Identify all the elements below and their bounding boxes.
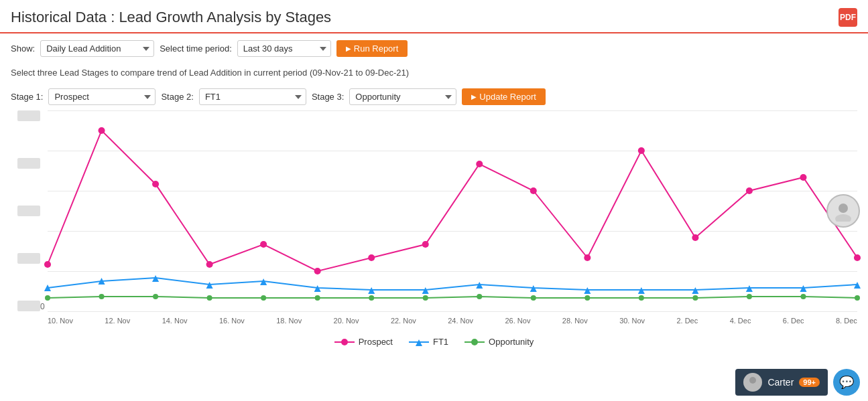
period-select[interactable]: Last 30 days Last 60 days Last 90 days C… bbox=[237, 40, 331, 57]
chart-legend: Prospect FT1 Opportunity bbox=[0, 331, 868, 349]
svg-point-46 bbox=[800, 294, 806, 299]
svg-point-13 bbox=[746, 187, 753, 194]
legend-item-opportunity: Opportunity bbox=[464, 337, 534, 347]
run-report-button[interactable]: Run Report bbox=[336, 40, 408, 57]
svg-point-37 bbox=[315, 295, 320, 301]
y-label-5 bbox=[17, 301, 40, 311]
chart-svg bbox=[48, 110, 857, 311]
svg-point-11 bbox=[638, 147, 645, 154]
svg-point-57 bbox=[835, 214, 851, 222]
stage3-select[interactable]: OpportunityProspectFT1Lead bbox=[349, 88, 456, 105]
svg-point-10 bbox=[584, 254, 591, 261]
svg-point-54 bbox=[749, 377, 756, 384]
pdf-icon[interactable]: PDF bbox=[839, 8, 857, 27]
stage2-label: Stage 2: bbox=[161, 92, 193, 102]
legend-label-opportunity: Opportunity bbox=[489, 337, 534, 347]
bottom-bar: Carter 99+ 💬 bbox=[0, 369, 868, 401]
x-label: 18. Nov bbox=[276, 317, 302, 331]
notification-badge: 99+ bbox=[799, 378, 820, 387]
zero-label: 0 bbox=[40, 302, 45, 311]
x-label: 4. Dec bbox=[730, 317, 751, 331]
x-axis: 10. Nov 12. Nov 14. Nov 16. Nov 18. Nov … bbox=[48, 317, 857, 331]
page-title: Historical Data : Lead Growth Analysis b… bbox=[11, 9, 331, 26]
info-text: Select three Lead Stages to compare tren… bbox=[0, 64, 868, 84]
svg-point-49 bbox=[341, 339, 348, 345]
chart-inner bbox=[48, 110, 857, 311]
y-label-1 bbox=[17, 110, 40, 121]
show-label: Show: bbox=[11, 44, 35, 54]
svg-point-12 bbox=[692, 234, 698, 241]
svg-point-4 bbox=[260, 241, 267, 248]
svg-point-2 bbox=[152, 181, 159, 187]
controls-row: Show: Daily Lead Addition Weekly Lead Ad… bbox=[0, 33, 868, 64]
svg-point-14 bbox=[800, 174, 806, 181]
stage3-label: Stage 3: bbox=[312, 92, 344, 102]
x-label: 20. Nov bbox=[334, 317, 359, 331]
stage-row: Stage 1: ProspectFT1OpportunityLead Stag… bbox=[0, 84, 868, 110]
svg-point-45 bbox=[747, 294, 752, 299]
svg-point-36 bbox=[261, 295, 266, 301]
svg-point-35 bbox=[207, 295, 212, 301]
show-select[interactable]: Daily Lead Addition Weekly Lead Addition… bbox=[40, 40, 154, 57]
opportunity-line bbox=[48, 297, 857, 298]
chart-area: 0 10. Nov 12. Nov 14. Nov 16. Nov 18. No… bbox=[11, 110, 857, 331]
stage2-select[interactable]: FT1ProspectOpportunityLead bbox=[199, 88, 306, 105]
svg-point-55 bbox=[747, 385, 758, 390]
prospect-line bbox=[48, 131, 857, 271]
svg-marker-19 bbox=[206, 282, 213, 289]
legend-label-prospect: Prospect bbox=[359, 337, 393, 347]
svg-point-42 bbox=[584, 295, 590, 301]
stage1-label: Stage 1: bbox=[11, 92, 43, 102]
x-label: 22. Nov bbox=[391, 317, 416, 331]
ft1-line bbox=[48, 278, 857, 290]
svg-point-56 bbox=[839, 204, 848, 213]
y-label-2 bbox=[17, 158, 40, 169]
svg-point-38 bbox=[369, 295, 374, 301]
y-label-4 bbox=[17, 253, 40, 264]
x-label: 16. Nov bbox=[219, 317, 245, 331]
svg-point-32 bbox=[45, 295, 50, 301]
legend-item-ft1: FT1 bbox=[409, 337, 448, 347]
x-label: 30. Nov bbox=[619, 317, 645, 331]
chat-button[interactable]: 💬 bbox=[833, 369, 860, 396]
svg-point-44 bbox=[692, 295, 698, 301]
legend-item-prospect: Prospect bbox=[334, 337, 393, 347]
header: Historical Data : Lead Growth Analysis b… bbox=[0, 0, 868, 33]
svg-point-15 bbox=[854, 254, 861, 261]
svg-point-47 bbox=[855, 295, 860, 301]
svg-point-34 bbox=[153, 294, 158, 299]
x-label: 12. Nov bbox=[105, 317, 130, 331]
svg-point-53 bbox=[471, 339, 478, 345]
svg-point-3 bbox=[206, 261, 213, 268]
x-label: 8. Dec bbox=[836, 317, 857, 331]
svg-point-5 bbox=[314, 268, 321, 274]
x-label: 26. Nov bbox=[505, 317, 531, 331]
svg-point-6 bbox=[368, 254, 375, 261]
svg-point-0 bbox=[44, 261, 51, 268]
update-report-button[interactable]: Update Report bbox=[462, 88, 546, 105]
svg-point-9 bbox=[530, 187, 537, 194]
y-axis bbox=[11, 110, 44, 311]
svg-point-7 bbox=[422, 241, 429, 248]
x-label: 24. Nov bbox=[448, 317, 473, 331]
user-widget[interactable]: Carter 99+ bbox=[735, 369, 828, 396]
period-label: Select time period: bbox=[160, 44, 232, 54]
svg-point-33 bbox=[99, 294, 105, 299]
x-label: 28. Nov bbox=[562, 317, 588, 331]
stage1-select[interactable]: ProspectFT1OpportunityLead bbox=[48, 88, 156, 105]
y-label-3 bbox=[17, 206, 40, 216]
legend-label-ft1: FT1 bbox=[433, 337, 448, 347]
avatar bbox=[743, 373, 762, 392]
svg-point-1 bbox=[99, 127, 105, 134]
x-label: 2. Dec bbox=[676, 317, 698, 331]
svg-point-39 bbox=[423, 295, 428, 301]
svg-point-43 bbox=[639, 295, 644, 301]
x-label: 10. Nov bbox=[48, 317, 73, 331]
user-name: Carter bbox=[767, 377, 794, 388]
x-label: 6. Dec bbox=[783, 317, 804, 331]
svg-point-40 bbox=[477, 294, 482, 299]
x-label: 14. Nov bbox=[162, 317, 188, 331]
svg-point-41 bbox=[531, 295, 536, 301]
side-avatar bbox=[826, 194, 860, 228]
svg-point-8 bbox=[476, 161, 483, 167]
